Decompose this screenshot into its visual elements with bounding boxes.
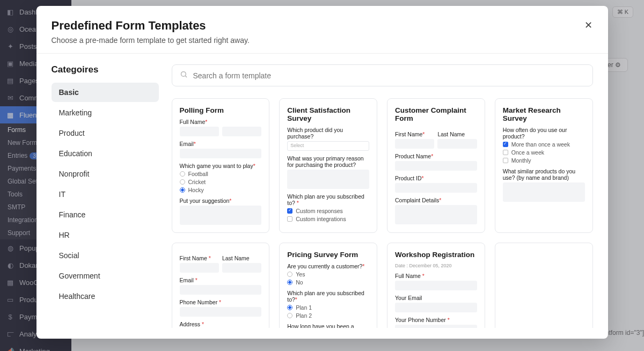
svg-line-1: [185, 76, 187, 77]
category-education[interactable]: Education: [52, 144, 159, 163]
template-grid: Polling Form Full Name* Email* Which gam…: [172, 98, 593, 328]
card-title: Market Research Survey: [503, 106, 585, 122]
card-title: Pricing Survey Form: [287, 251, 369, 259]
categories-panel: Categoires Basic Marketing Product Educa…: [52, 64, 159, 328]
svg-point-0: [181, 72, 186, 77]
category-finance[interactable]: Finance: [52, 205, 159, 224]
category-healthcare[interactable]: Healthcare: [52, 287, 159, 306]
modal-subtitle: Choose a pre-made form template to get s…: [52, 36, 593, 45]
category-product[interactable]: Product: [52, 123, 159, 143]
search-input[interactable]: [193, 71, 585, 80]
template-contact[interactable]: First Name * Last Name Email * Phone Num…: [172, 243, 270, 328]
search-icon: [180, 70, 188, 81]
template-market-research[interactable]: Market Research Survey How often do you …: [495, 98, 593, 233]
template-customer-complaint[interactable]: Customer Complaint Form First Name* Last…: [387, 98, 485, 233]
card-title: Client Satisfaction Survey: [287, 106, 369, 122]
category-nonprofit[interactable]: Nonprofit: [52, 164, 159, 184]
categories-heading: Categoires: [52, 64, 159, 75]
category-social[interactable]: Social: [52, 246, 159, 265]
close-icon: ✕: [584, 19, 592, 31]
card-title: Customer Complaint Form: [395, 106, 477, 122]
modal-title: Predefined Form Templates: [52, 19, 593, 33]
search-container: [172, 64, 593, 86]
category-marketing[interactable]: Marketing: [52, 103, 159, 122]
card-title: Polling Form: [180, 106, 262, 114]
modal-overlay: Predefined Form Templates Choose a pre-m…: [0, 0, 644, 351]
category-government[interactable]: Government: [52, 266, 159, 286]
template-workshop-registration[interactable]: Workshop Registration Date : December 05…: [387, 243, 485, 328]
card-title: Workshop Registration: [395, 251, 477, 259]
category-hr[interactable]: HR: [52, 225, 159, 245]
category-it[interactable]: IT: [52, 185, 159, 204]
template-client-satisfaction[interactable]: Client Satisfaction Survey Which product…: [279, 98, 377, 233]
category-basic[interactable]: Basic: [52, 83, 159, 102]
template-pricing-survey[interactable]: Pricing Survey Form Are you currently a …: [279, 243, 377, 328]
templates-modal: Predefined Form Templates Choose a pre-m…: [36, 6, 608, 339]
close-button[interactable]: ✕: [581, 18, 596, 33]
template-polling-form[interactable]: Polling Form Full Name* Email* Which gam…: [172, 98, 270, 233]
template-placeholder[interactable]: [495, 243, 593, 328]
